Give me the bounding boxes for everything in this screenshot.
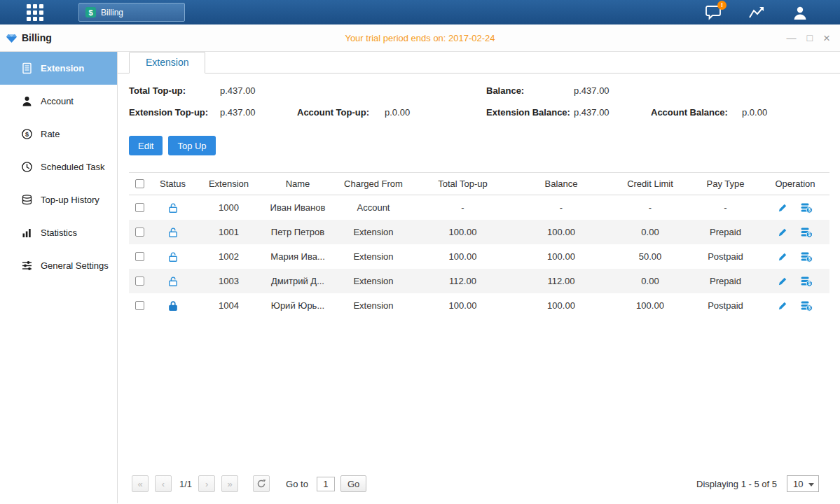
pay-type-cell: Prepaid (690, 269, 761, 293)
billing-dollar-icon: $ (85, 7, 96, 18)
page-indicator: 1/1 (179, 479, 192, 489)
edit-icon[interactable] (778, 202, 788, 213)
status-lock-icon (167, 202, 179, 214)
name-cell: Петр Петров (262, 220, 333, 244)
summary-label: Extension Balance: (486, 106, 574, 119)
refresh-icon (256, 479, 266, 489)
pay-type-cell: Postpaid (690, 293, 761, 318)
name-cell: Юрий Юрь... (262, 293, 333, 318)
summary-label: Account Balance: (651, 106, 742, 119)
total-topup-cell: 100.00 (413, 293, 512, 318)
displaying-text: Displaying 1 - 5 of 5 (696, 479, 777, 489)
top-up-button[interactable]: Top Up (168, 136, 215, 155)
window-titlebar: Billing Your trial period ends on: 2017-… (0, 24, 840, 52)
table-row: 1001 Петр Петров Extension 100.00 100.00… (129, 220, 829, 244)
sidebar-item-label: Top-up History (41, 195, 99, 205)
balance-cell: 100.00 (512, 244, 610, 269)
balance-cell: 100.00 (512, 293, 610, 318)
maximize-button[interactable]: □ (807, 33, 813, 43)
page-size-select[interactable]: 10 (787, 475, 819, 492)
edit-icon[interactable] (778, 300, 788, 311)
app-title-text: Billing (22, 32, 52, 43)
summary-value: p.437.00 (574, 85, 651, 97)
name-cell: Иван Иванов (262, 195, 333, 220)
topup-icon[interactable] (800, 251, 813, 262)
close-button[interactable]: × (823, 32, 830, 44)
taskbar-billing-tab[interactable]: $ Billing (78, 3, 185, 22)
page-size-value: 10 (793, 479, 803, 489)
summary-label: Balance: (486, 85, 574, 97)
table-body: 1000 Иван Иванов Account - - - - (129, 195, 829, 318)
column-header-balance: Balance (512, 173, 610, 195)
summary-value: p.437.00 (574, 106, 651, 119)
total-topup-cell: - (413, 195, 512, 220)
app-grid-icon[interactable] (27, 4, 43, 21)
row-checkbox[interactable] (135, 227, 144, 237)
extension-cell: 1004 (195, 293, 262, 318)
last-page-button[interactable]: » (221, 475, 238, 492)
column-header-extension: Extension (195, 173, 262, 195)
first-page-button[interactable]: « (132, 475, 149, 492)
extension-cell: 1002 (195, 244, 262, 269)
column-header-name: Name (262, 173, 333, 195)
minimize-button[interactable]: — (787, 33, 797, 43)
go-button[interactable]: Go (340, 475, 366, 492)
user-account-icon[interactable] (790, 4, 811, 22)
summary-label: Extension Top-up: (129, 106, 220, 119)
row-checkbox[interactable] (135, 203, 144, 212)
topup-icon[interactable] (800, 300, 813, 312)
chevron-down-icon (808, 483, 814, 486)
credit-limit-cell: 0.00 (610, 220, 690, 244)
extension-table: Status Extension Name Charged From Total… (129, 172, 829, 318)
statistics-icon (21, 227, 33, 239)
summary-value: p.437.00 (220, 85, 297, 97)
edit-icon[interactable] (778, 276, 788, 286)
table-row: 1003 Дмитрий Д... Extension 112.00 112.0… (129, 269, 829, 293)
credit-limit-cell: - (610, 195, 690, 220)
status-lock-icon (167, 276, 179, 287)
account-icon (21, 95, 33, 107)
sidebar-item-label: Extension (41, 63, 84, 74)
topup-icon[interactable] (800, 227, 813, 238)
sidebar-item-label: Account (41, 96, 74, 106)
status-lock-icon (167, 300, 179, 312)
goto-page-input[interactable] (317, 477, 335, 491)
notifications-icon[interactable]: ! (703, 4, 724, 22)
sidebar-item-extension[interactable]: Extension (0, 52, 117, 85)
table-row: 1002 Мария Ива... Extension 100.00 100.0… (129, 244, 829, 269)
topup-icon[interactable] (800, 276, 813, 287)
column-header-status: Status (150, 173, 195, 195)
desktop-taskbar: $ Billing ! (0, 0, 840, 24)
summary-label: Total Top-up: (129, 85, 220, 97)
sidebar-item-topup-history[interactable]: Top-up History (0, 183, 117, 216)
sidebar-item-general-settings[interactable]: General Settings (0, 249, 117, 282)
charged-from-cell: Extension (333, 220, 413, 244)
sidebar-item-account[interactable]: Account (0, 85, 117, 118)
next-page-button[interactable]: › (198, 475, 215, 492)
row-checkbox[interactable] (135, 276, 144, 286)
row-checkbox[interactable] (135, 301, 144, 310)
charged-from-cell: Extension (333, 244, 413, 269)
charged-from-cell: Extension (333, 269, 413, 293)
pay-type-cell: Postpaid (690, 244, 761, 269)
extension-cell: 1001 (195, 220, 262, 244)
monitor-chart-icon[interactable] (746, 4, 767, 22)
balance-cell: 112.00 (512, 269, 610, 293)
sidebar-item-rate[interactable]: Rate (0, 118, 117, 150)
select-all-checkbox[interactable] (135, 179, 144, 188)
edit-icon[interactable] (778, 251, 788, 262)
refresh-button[interactable] (253, 475, 270, 492)
row-checkbox[interactable] (135, 252, 144, 261)
billing-app-logo-icon (6, 33, 18, 43)
edit-button[interactable]: Edit (129, 136, 163, 155)
sidebar-item-scheduled-task[interactable]: Scheduled Task (0, 150, 117, 183)
tab-extension[interactable]: Extension (129, 52, 205, 74)
topup-icon[interactable] (800, 202, 813, 214)
column-header-pay-type: Pay Type (690, 173, 761, 195)
sidebar-item-statistics[interactable]: Statistics (0, 216, 117, 249)
table-row: 1004 Юрий Юрь... Extension 100.00 100.00… (129, 293, 829, 318)
column-header-operation: Operation (761, 173, 829, 195)
edit-icon[interactable] (778, 227, 788, 237)
prev-page-button[interactable]: ‹ (155, 475, 172, 492)
sidebar-item-label: Scheduled Task (41, 162, 105, 172)
